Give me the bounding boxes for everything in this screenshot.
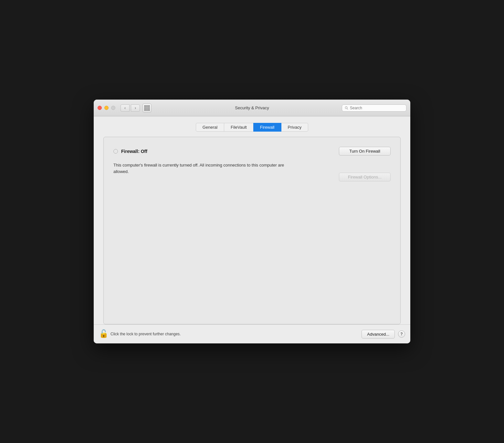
status-indicator [113, 149, 118, 154]
forward-button[interactable]: › [131, 104, 140, 112]
titlebar: ‹ › Security & Privacy [94, 100, 410, 116]
advanced-button[interactable]: Advanced... [362, 330, 395, 339]
search-icon [345, 106, 348, 110]
svg-line-1 [347, 108, 348, 109]
tab-bar: General FileVault Firewall Privacy [103, 123, 401, 132]
firewall-header: Firewall: Off Turn On Firewall [113, 147, 391, 156]
grid-view-button[interactable] [142, 103, 152, 113]
firewall-status: Firewall: Off [113, 149, 147, 154]
lock-text: Click the lock to prevent further change… [110, 332, 362, 336]
firewall-options-button[interactable]: Firewall Options... [339, 173, 391, 181]
lock-icon[interactable]: 🔓 [99, 329, 107, 339]
main-window: ‹ › Security & Privacy General [94, 100, 410, 343]
tab-general[interactable]: General [196, 123, 224, 132]
window-title: Security & Privacy [235, 105, 269, 110]
help-button[interactable]: ? [398, 330, 405, 338]
close-button[interactable] [98, 106, 102, 110]
firewall-panel: Firewall: Off Turn On Firewall This comp… [103, 137, 401, 324]
nav-buttons: ‹ › [121, 104, 140, 112]
search-box[interactable] [342, 104, 406, 112]
bottom-bar: 🔓 Click the lock to prevent further chan… [94, 324, 410, 343]
firewall-status-label: Firewall: Off [121, 149, 147, 154]
grid-icon [144, 105, 150, 111]
turn-on-firewall-button[interactable]: Turn On Firewall [339, 147, 391, 156]
minimize-button[interactable] [104, 106, 109, 110]
tab-firewall[interactable]: Firewall [253, 123, 281, 132]
tab-filevault[interactable]: FileVault [224, 123, 253, 132]
back-icon: ‹ [124, 106, 126, 110]
tab-privacy[interactable]: Privacy [281, 123, 309, 132]
back-button[interactable]: ‹ [121, 104, 130, 112]
forward-icon: › [135, 106, 136, 110]
traffic-lights [98, 106, 115, 110]
content-area: General FileVault Firewall Privacy Firew… [94, 116, 410, 324]
search-input[interactable] [350, 106, 404, 110]
maximize-button[interactable] [111, 106, 115, 110]
firewall-description: This computer's firewall is currently tu… [113, 162, 291, 175]
